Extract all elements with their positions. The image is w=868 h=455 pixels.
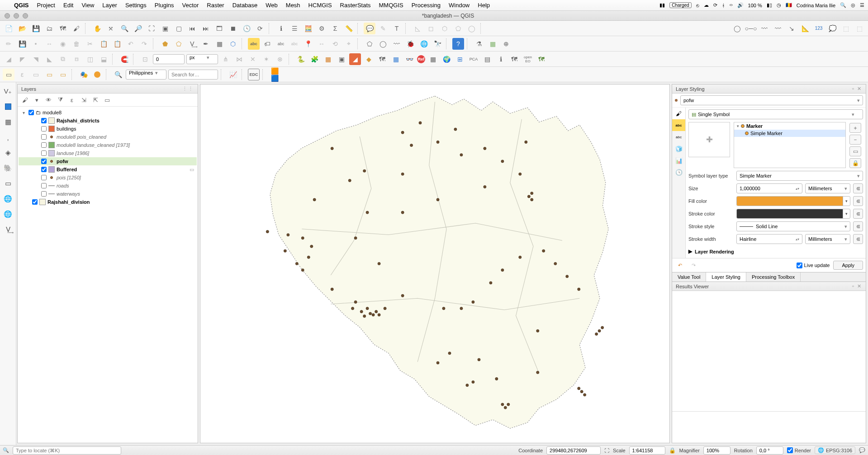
menu-rasterstats[interactable]: RasterStats	[336, 2, 375, 9]
locator-input[interactable]	[13, 446, 121, 455]
layer-filter-icon[interactable]: ▾	[32, 95, 41, 104]
messages-icon[interactable]: 💬	[859, 447, 865, 453]
stroke-width-override-button[interactable]: ⋐	[853, 234, 863, 244]
stroke-width-unit-select[interactable]: Millimeters▾	[805, 234, 850, 244]
bluetooth-icon[interactable]: ᚼ	[722, 3, 725, 8]
snap-mode-icon[interactable]: ⊡	[139, 53, 151, 65]
plugin-3-icon[interactable]: ▣	[336, 53, 347, 65]
new-3d-view-button[interactable]: ⏹	[227, 23, 239, 34]
crs-button[interactable]: 🌐EPSG:3106	[815, 446, 855, 454]
voronoi-icon[interactable]: ⬡	[227, 38, 239, 50]
snap-distance-input[interactable]	[153, 54, 185, 64]
menu-web[interactable]: Web	[261, 2, 282, 9]
style-manager-button[interactable]: 🖌	[71, 23, 82, 34]
measure-tool-icon[interactable]: 📐	[799, 23, 811, 34]
duplicate-symbol-button[interactable]: ▭	[849, 146, 861, 156]
poly-fill-icon[interactable]: ⬟	[159, 38, 171, 50]
add-raster-icon[interactable]	[2, 100, 14, 113]
layer-checkbox[interactable]	[41, 126, 47, 131]
layer-rendering-toggle[interactable]: ▶ Layer Rendering	[688, 247, 863, 256]
panel-tab-processing-toolbox[interactable]: Processing Toolbox	[746, 272, 801, 281]
menu-mmqgis[interactable]: MMQGIS	[375, 2, 408, 9]
diagram-tab-icon[interactable]: 📊	[672, 155, 685, 166]
plugin-2-icon[interactable]: ▦	[322, 53, 334, 65]
menu-window[interactable]: Window	[445, 2, 474, 9]
lock-symbol-button[interactable]: 🔒	[849, 158, 861, 168]
layer-checkbox[interactable]	[32, 199, 38, 205]
scale-input[interactable]	[629, 446, 665, 455]
tree-layer-row[interactable]: landuse [1986]	[19, 149, 197, 157]
layer-checkbox[interactable]	[41, 118, 47, 123]
redo-style-button[interactable]: ↷	[688, 260, 698, 270]
measure-button[interactable]: 📏	[343, 23, 355, 34]
new-project-button[interactable]: 📄	[3, 23, 14, 34]
tree-layer-row[interactable]: Rajshahi_division	[19, 198, 197, 206]
print-layout-button[interactable]: 🗺	[57, 23, 69, 34]
binoculars-icon[interactable]: 🔭	[432, 38, 443, 50]
fill-override-button[interactable]: ⋐	[853, 196, 863, 206]
clock-icon[interactable]: ◷	[777, 2, 781, 8]
app-menu[interactable]: QGIS	[10, 2, 33, 9]
layer-style-icon[interactable]: 🖌	[20, 95, 29, 104]
python-icon[interactable]: 🐍	[295, 53, 307, 65]
topo-4[interactable]: ✶	[261, 53, 272, 65]
render-toggle[interactable]: Render	[787, 447, 811, 453]
label-icon[interactable]: abc	[248, 38, 260, 50]
map-tips-button[interactable]: 💬	[364, 23, 375, 34]
save-as-button[interactable]: 🗂	[43, 23, 55, 34]
zoom-window-icon[interactable]	[23, 13, 28, 19]
layer-checkbox[interactable]	[41, 167, 47, 172]
size-unit-select[interactable]: Millimeters▾	[805, 183, 850, 193]
stroke-color-button[interactable]: ▾	[736, 209, 850, 219]
zoom-in-button[interactable]: 🔍	[119, 23, 130, 34]
plugin-10-icon[interactable]: 🗺	[508, 53, 520, 65]
live-update-toggle[interactable]: Live update	[797, 263, 830, 268]
3d-tab-icon[interactable]: 🧊	[672, 143, 685, 155]
select-by-expr-button[interactable]: ε	[16, 69, 28, 80]
notifications-icon[interactable]: ☰	[860, 2, 864, 8]
user-name[interactable]: Codrina Maria Ilie	[797, 3, 835, 8]
processing-icon[interactable]: ⚗	[473, 38, 485, 50]
stroke-style-override-button[interactable]: ⋐	[853, 221, 863, 231]
layer-checkbox[interactable]	[41, 159, 47, 164]
close-window-icon[interactable]	[5, 13, 10, 19]
add-wfs-icon[interactable]: 🌐	[2, 208, 14, 220]
extents-icon[interactable]: ⛶	[604, 448, 609, 453]
plugin-5-icon[interactable]: ◆	[363, 53, 375, 65]
topo-2[interactable]: ⋈	[233, 53, 245, 65]
menu-database[interactable]: Database	[228, 2, 262, 9]
layer-checkbox[interactable]	[41, 150, 47, 156]
zoom-full-button[interactable]: ⛶	[146, 23, 157, 34]
masks-tab-icon[interactable]: abc	[672, 131, 685, 143]
plugin-9-icon[interactable]: ▤	[481, 53, 493, 65]
curve-icon[interactable]: 〰	[759, 23, 770, 34]
search-region-icon[interactable]: 🔍	[112, 69, 124, 80]
layer-checkbox[interactable]	[41, 175, 47, 180]
menu-hcmgis[interactable]: HCMGIS	[304, 2, 336, 9]
size-override-button[interactable]: ⋐	[853, 183, 863, 193]
buffer-icon[interactable]: ▦	[213, 38, 225, 50]
identify-button[interactable]: ℹ	[275, 23, 287, 34]
results-detail[interactable]	[672, 411, 866, 443]
tree-layer-row[interactable]: Rajshahi_districts	[19, 117, 197, 125]
select-features-button[interactable]: ▭	[3, 69, 14, 80]
remove-symbol-layer-button[interactable]: －	[849, 135, 861, 145]
invert-selection-button[interactable]: ▭	[57, 69, 69, 80]
menu-plugins[interactable]: Plugins	[151, 2, 178, 9]
tree-layer-row[interactable]: module8 pois_cleaned	[19, 133, 197, 141]
flag-icon[interactable]: 🇷🇴	[786, 2, 792, 8]
add-vector-icon[interactable]: V₊	[2, 85, 14, 98]
plugin-8-icon[interactable]: 👓	[403, 53, 415, 65]
label-off-icon[interactable]: abc	[289, 38, 300, 50]
tree-layer-row[interactable]: pois [1250]	[19, 174, 197, 182]
plugin-7-icon[interactable]: ▦	[390, 53, 402, 65]
layer-funnel-icon[interactable]: ⧩	[56, 95, 65, 104]
zoom-selection-button[interactable]: ▣	[159, 23, 171, 34]
info-icon[interactable]: ℹ	[495, 53, 507, 65]
topo-1[interactable]: ⋔	[220, 53, 232, 65]
layer-add-icon[interactable]: ▦	[487, 38, 498, 50]
volume-icon[interactable]: 🔊	[737, 2, 744, 8]
renderer-select[interactable]: ▤Single Symbol▾	[688, 109, 863, 119]
layer-expand-icon[interactable]: ⇲	[79, 95, 88, 104]
plugin-11-icon[interactable]: 🗺	[536, 53, 547, 65]
